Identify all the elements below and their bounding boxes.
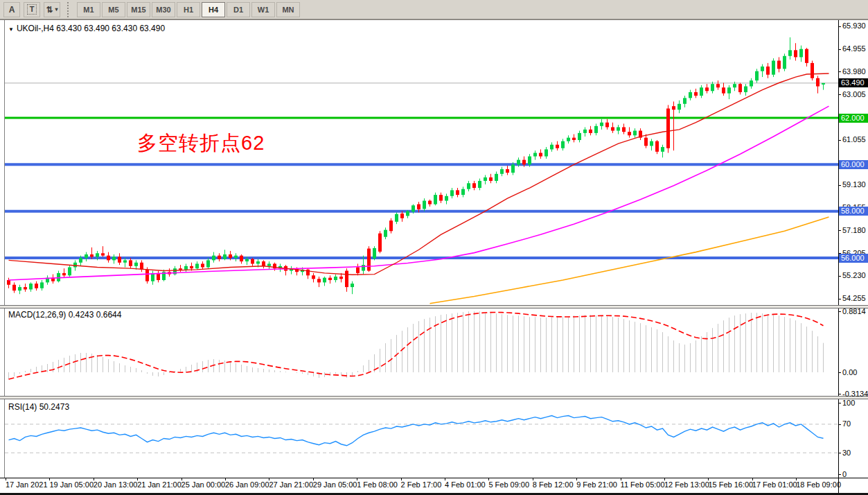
candle-body bbox=[400, 214, 404, 218]
candle-body bbox=[539, 153, 542, 157]
font-tool-button[interactable]: A bbox=[3, 2, 20, 17]
candle-body bbox=[101, 253, 105, 255]
time-axis-label: 1 Feb 08:00 bbox=[357, 480, 398, 489]
candle-body bbox=[650, 141, 653, 146]
candle-body bbox=[90, 254, 94, 257]
candle-body bbox=[700, 87, 703, 96]
candle-body bbox=[212, 256, 215, 261]
candle-body bbox=[733, 84, 736, 87]
chart-ohlc-readout: 63.430 63.490 63.430 63.490 bbox=[56, 24, 165, 33]
candle-body bbox=[628, 132, 631, 135]
ma-slow-line bbox=[430, 217, 829, 304]
candle-body bbox=[495, 174, 498, 181]
candle-body bbox=[85, 254, 88, 258]
axis-tick-mark bbox=[838, 71, 841, 72]
time-axis-label: 19 Jan 05:00 bbox=[49, 480, 94, 489]
timeframe-button-H1[interactable]: H1 bbox=[177, 2, 200, 17]
time-axis-label: 17 Jan 2021 bbox=[6, 480, 48, 489]
timeframe-button-M1[interactable]: M1 bbox=[77, 2, 100, 17]
candle-body bbox=[107, 256, 110, 261]
axis-tick-mark bbox=[838, 230, 841, 231]
timeframe-button-W1[interactable]: W1 bbox=[251, 2, 275, 17]
candle-body bbox=[661, 147, 664, 152]
candle-body bbox=[633, 131, 637, 136]
candle-body bbox=[40, 282, 44, 288]
candle-body bbox=[716, 84, 720, 87]
candle-body bbox=[12, 285, 16, 290]
candle-body bbox=[683, 98, 687, 103]
candle-body bbox=[395, 214, 398, 222]
current-price-badge: 63.490 bbox=[839, 78, 868, 87]
candle-body bbox=[583, 130, 587, 133]
chart-annotation-text: 多空转折点62 bbox=[137, 130, 265, 157]
text-tool-button[interactable]: T bbox=[24, 2, 40, 17]
toolbar: A T ⇅ ▾ M1M5M15M30H1H4D1W1MN bbox=[0, 0, 868, 19]
price-axis-label: 57.180 bbox=[842, 226, 866, 234]
candle-body bbox=[251, 259, 254, 264]
candle-body bbox=[556, 145, 559, 148]
candle-body bbox=[484, 177, 487, 181]
rsi-indicator-label: RSI(14) 50.2473 bbox=[8, 402, 69, 412]
candle-body bbox=[351, 284, 354, 287]
macd-axis-label: 0.00 bbox=[842, 368, 857, 376]
time-axis-line bbox=[0, 478, 868, 478]
candle-body bbox=[134, 263, 138, 266]
candle-body bbox=[256, 261, 260, 263]
time-axis-label: 20 Jan 13:00 bbox=[94, 480, 138, 489]
candle-body bbox=[489, 177, 493, 181]
arrows-tool-button[interactable]: ⇅ ▾ bbox=[44, 2, 60, 17]
candle-body bbox=[677, 104, 681, 110]
axis-tick-mark bbox=[838, 474, 841, 475]
candle-body bbox=[689, 92, 692, 98]
timeframe-button-D1[interactable]: D1 bbox=[227, 2, 250, 17]
time-axis-label: 29 Jan 05:00 bbox=[313, 480, 357, 489]
chart-region[interactable]: ▼UKOil-,H4 63.430 63.490 63.430 63.490 多… bbox=[0, 19, 868, 495]
candle-body bbox=[805, 49, 808, 63]
candle-body bbox=[229, 254, 232, 258]
candle-body bbox=[184, 266, 188, 270]
chart-canvas[interactable] bbox=[0, 20, 868, 495]
candle-body bbox=[533, 153, 537, 157]
timeframe-button-M30[interactable]: M30 bbox=[152, 2, 175, 17]
candle-body bbox=[112, 257, 116, 260]
toolbar-grip[interactable] bbox=[67, 2, 73, 17]
time-axis-label: 5 Feb 09:00 bbox=[488, 480, 529, 489]
axis-tick-mark bbox=[838, 403, 841, 403]
timeframe-button-MN[interactable]: MN bbox=[276, 2, 300, 17]
timeframe-group: M1M5M15M30H1H4D1W1MN bbox=[77, 2, 300, 17]
candle-body bbox=[240, 256, 243, 261]
candle-body bbox=[323, 278, 326, 283]
candle-body bbox=[755, 71, 759, 80]
time-axis-label: 11 Feb 05:00 bbox=[621, 480, 665, 489]
candle-body bbox=[544, 149, 548, 156]
time-axis-label: 4 Feb 01:00 bbox=[445, 480, 486, 489]
candle-body bbox=[766, 67, 770, 75]
price-level-badge-58.000: 58.000 bbox=[839, 207, 868, 216]
candle-body bbox=[312, 275, 315, 279]
time-axis-label: 8 Feb 12:00 bbox=[533, 480, 574, 489]
time-axis-label: 18 Feb 09:00 bbox=[796, 480, 841, 489]
candle-body bbox=[378, 234, 382, 252]
axis-tick-mark bbox=[838, 453, 841, 453]
candle-body bbox=[705, 87, 709, 91]
candle-body bbox=[600, 123, 603, 126]
candle-body bbox=[722, 87, 725, 93]
panel-splitter[interactable] bbox=[0, 305, 868, 309]
price-level-badge-60.000: 60.000 bbox=[839, 160, 868, 169]
timeframe-button-M5[interactable]: M5 bbox=[102, 2, 125, 17]
time-axis-label: 26 Jan 09:00 bbox=[225, 480, 269, 489]
candle-body bbox=[445, 196, 448, 201]
candle-body bbox=[68, 267, 71, 275]
axis-tick-mark bbox=[838, 26, 841, 27]
timeframe-button-M15[interactable]: M15 bbox=[127, 2, 150, 17]
panel-splitter[interactable] bbox=[0, 396, 868, 399]
candle-body bbox=[522, 160, 526, 165]
candle-body bbox=[123, 260, 127, 262]
ma-fast-line bbox=[9, 73, 829, 275]
price-axis-label: 63.005 bbox=[842, 90, 866, 98]
candle-body bbox=[811, 63, 814, 78]
price-axis-label: 59.130 bbox=[842, 180, 866, 189]
candle-body bbox=[317, 279, 321, 282]
candle-body bbox=[472, 183, 476, 188]
timeframe-button-H4[interactable]: H4 bbox=[202, 2, 225, 17]
